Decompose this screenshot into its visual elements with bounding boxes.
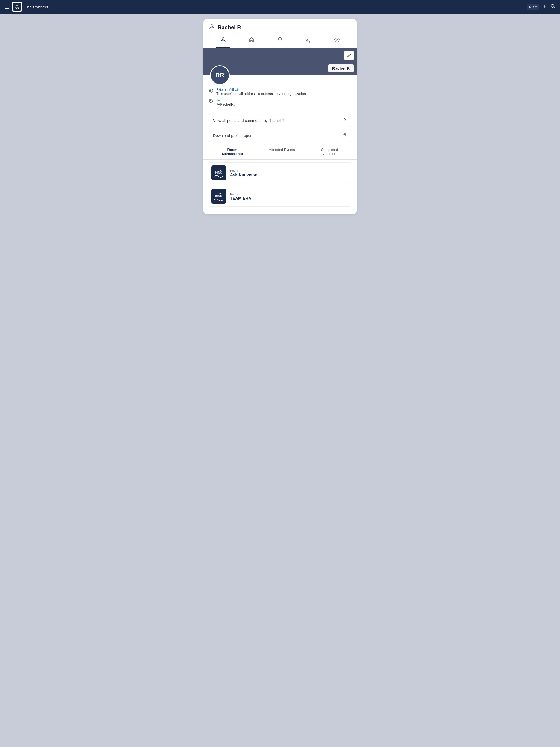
profile-card-header: Rachel R [203, 19, 357, 31]
profile-card: Rachel R [203, 19, 357, 214]
tab-profile[interactable] [216, 34, 230, 48]
tag-label: Tag [216, 98, 235, 102]
brand-logo: ERA KING King Connect [12, 2, 48, 12]
room-list: ERA KING Room Ask Konverse ERA KING [203, 160, 357, 214]
download-report-button[interactable]: Download profile report [209, 129, 351, 142]
sub-tab-completed-courses[interactable]: CompletedCourses [319, 145, 340, 159]
room-info-team-era: Room TEAM ERA! [230, 192, 253, 200]
hamburger-icon[interactable]: ☰ [4, 4, 9, 10]
profile-header-icon [209, 24, 215, 31]
external-affiliation-row: External Affiliation This user's email a… [209, 88, 351, 96]
tab-home[interactable] [245, 34, 258, 48]
svg-point-5 [211, 25, 213, 27]
svg-text:KING: KING [215, 195, 222, 198]
room-label-1: Room [230, 169, 257, 172]
tag-row: Tag @RachelRt [209, 98, 351, 106]
room-name-1: Ask Konverse [230, 172, 257, 177]
room-item-team-era[interactable]: ERA KING Room TEAM ERA! [208, 186, 352, 207]
svg-text:KING: KING [215, 171, 222, 174]
svg-point-6 [222, 38, 224, 40]
view-posts-label: View all posts and comments by Rachel R [213, 119, 284, 123]
download-report-label: Download profile report [213, 133, 253, 138]
nav-right: RR ▾ + [527, 4, 556, 10]
add-icon[interactable]: + [543, 4, 546, 10]
profile-tabs [203, 34, 357, 48]
user-initials: RR [529, 5, 534, 9]
tab-notifications[interactable] [273, 34, 287, 48]
room-info-ask-konverse: Room Ask Konverse [230, 169, 257, 177]
room-logo-team-era: ERA KING [211, 189, 226, 204]
avatar: RR [210, 66, 230, 85]
room-name-2: TEAM ERA! [230, 196, 253, 200]
svg-point-11 [210, 100, 211, 101]
room-logo-ask-konverse: ERA KING [211, 165, 226, 180]
external-affiliation-value: This user's email address is external to… [216, 92, 306, 96]
download-icon [342, 133, 347, 138]
nav-left: ☰ ERA KING King Connect [4, 2, 48, 12]
sub-tab-attended-events[interactable]: Attended Events [266, 145, 297, 159]
svg-text:ERA: ERA [16, 4, 19, 6]
top-navigation: ☰ ERA KING King Connect RR ▾ + [0, 0, 560, 14]
search-icon[interactable] [550, 4, 556, 10]
edit-button[interactable] [344, 51, 354, 60]
brand-logo-image: ERA KING [12, 2, 22, 12]
globe-icon [209, 88, 213, 94]
sub-tab-room-membership[interactable]: RoomMembership [220, 145, 245, 159]
profile-info: External Affiliation This user's email a… [203, 88, 357, 112]
tab-settings[interactable] [330, 34, 344, 48]
tag-value: @RachelRt [216, 102, 235, 106]
sub-tabs: RoomMembership Attended Events Completed… [203, 145, 357, 160]
svg-line-4 [554, 7, 555, 8]
user-menu[interactable]: RR ▾ [527, 4, 539, 10]
page-title: Rachel R [218, 24, 241, 31]
username-badge: Rachel R [328, 64, 354, 73]
chevron-right-icon [342, 118, 347, 123]
external-affiliation-text: External Affiliation This user's email a… [216, 88, 306, 96]
room-label-2: Room [230, 192, 253, 196]
brand-name: King Connect [24, 5, 48, 9]
tag-text: Tag @RachelRt [216, 98, 235, 106]
dropdown-arrow-icon: ▾ [535, 5, 537, 9]
main-content: Rachel R [0, 14, 560, 219]
room-item-ask-konverse[interactable]: ERA KING Room Ask Konverse [208, 162, 352, 183]
avatar-wrap: RR [210, 66, 230, 85]
tab-feed[interactable] [302, 34, 315, 48]
view-posts-button[interactable]: View all posts and comments by Rachel R [209, 114, 351, 127]
external-affiliation-label: External Affiliation [216, 88, 306, 92]
svg-point-7 [336, 39, 338, 41]
tag-icon [209, 99, 213, 105]
